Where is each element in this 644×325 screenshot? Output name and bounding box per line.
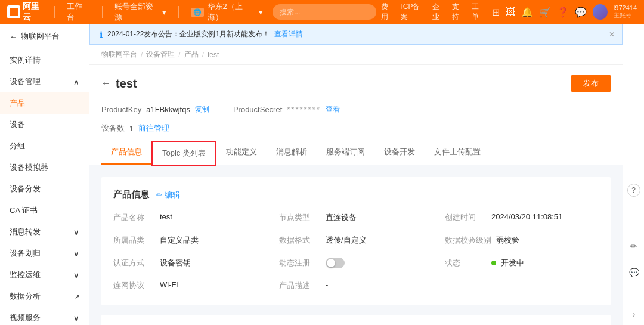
page-back-button[interactable]: ← [101, 78, 111, 89]
question-icon: ? [627, 184, 640, 197]
user-info: l972414 主账号 [614, 4, 637, 20]
nav-divider2 [102, 6, 103, 18]
main-content: 产品信息 ✏ 编辑 产品名称 test 节点类型 直连设备 [89, 165, 623, 325]
sidebar-item-distribute[interactable]: 设备分发 [0, 178, 89, 200]
cart-icon[interactable]: 🛒 [539, 7, 551, 18]
tab-message-parse[interactable]: 消息解析 [267, 141, 317, 165]
chat-sidebar-button[interactable]: 💬 [623, 262, 644, 283]
product-info-header: 产品信息 ✏ 编辑 [113, 189, 599, 200]
breadcrumb-current: test [208, 51, 219, 59]
product-info-section: 产品信息 ✏ 编辑 产品名称 test 节点类型 直连设备 [101, 177, 611, 305]
sidebar-item-data[interactable]: 数据分析 ↗ [0, 286, 89, 307]
dynamic-register-toggle[interactable] [326, 258, 345, 268]
breadcrumb-iot[interactable]: 物联网平台 [101, 49, 137, 60]
sidebar-item-group[interactable]: 分组 [0, 135, 89, 157]
announcement-bar: ℹ 2024-01-22发布公告：企业版实例1月新功能发布！ 查看详情 ✕ [89, 24, 623, 45]
region-nav[interactable]: 🌐 华东2（上海） ▾ [186, 1, 268, 23]
fee-nav[interactable]: 费用 [381, 2, 395, 22]
sidebar-group-monitor[interactable]: 监控运维 ∨ [0, 264, 89, 286]
sidebar-item-device[interactable]: 设备 [0, 114, 89, 135]
expand-button[interactable]: › [623, 308, 644, 320]
field-status: 状态 开发中 [445, 255, 599, 271]
help-button[interactable]: ? [623, 179, 644, 201]
icp-nav[interactable]: ICP备案 [401, 2, 426, 22]
chevron-down-icon: ∨ [73, 228, 79, 237]
nav-divider3 [178, 6, 179, 18]
publish-button[interactable]: 发布 [571, 75, 611, 92]
sidebar-group-video[interactable]: 视频服务 ∨ [0, 307, 89, 325]
product-key-item: ProductKey a1FBkkwjtqs 复制 [101, 104, 209, 114]
field-create-time: 创建时间 2024/03/20 11:08:51 [445, 210, 599, 225]
right-sidebar: ? ✏ 💬 › [623, 24, 644, 325]
sidebar-item-ca[interactable]: CA 证书 [0, 200, 89, 221]
chevron-right-icon: › [633, 309, 636, 319]
device-manage-link[interactable]: 前往管理 [138, 123, 169, 134]
enterprise-nav[interactable]: 企业 [432, 2, 446, 22]
tab-product-info[interactable]: 产品信息 [101, 141, 151, 165]
sidebar-item-simulator[interactable]: 设备模拟器 [0, 157, 89, 178]
tabs: 产品信息 Topic 类列表 功能定义 消息解析 服务端订阅 设备开发 [101, 141, 611, 165]
field-validate-level: 数据校验级别 弱校验 [445, 233, 599, 248]
sidebar-group-device[interactable]: 设备管理 ∧ [0, 71, 89, 92]
field-network-protocol: 连网协议 Wi-Fi [113, 278, 267, 293]
page-header: ← test 发布 ProductKey a1FBkkwjtqs 复制 Prod… [89, 65, 623, 165]
field-auth-method: 认证方式 设备密钥 [113, 255, 267, 271]
search-input[interactable] [273, 4, 376, 20]
avatar[interactable] [593, 4, 608, 20]
sidebar-group-message[interactable]: 消息转发 ∨ [0, 221, 89, 243]
help-icon[interactable]: ❓ [557, 7, 569, 18]
tab-server-sub[interactable]: 服务端订阅 [317, 141, 374, 165]
workorder-nav[interactable]: 工单 [472, 2, 485, 22]
sidebar-item-product[interactable]: 产品 [0, 92, 89, 114]
meta-row: ProductKey a1FBkkwjtqs 复制 ProductSecret … [101, 100, 611, 119]
field-category: 所属品类 自定义品类 [113, 233, 267, 248]
tab-device-dev[interactable]: 设备开发 [374, 141, 425, 165]
image-icon[interactable]: 🖼 [506, 7, 515, 17]
copy-button[interactable]: 复制 [195, 104, 209, 114]
field-product-desc: 产品描述 - [279, 278, 433, 293]
nav-divider [54, 6, 55, 18]
field-node-type: 节点类型 直连设备 [279, 210, 433, 225]
breadcrumb-product[interactable]: 产品 [184, 49, 199, 60]
status-dot [491, 261, 496, 265]
chevron-down-icon4: ∨ [73, 314, 79, 323]
chevron-down-icon3: ∨ [73, 271, 79, 280]
workbench-nav[interactable]: 工作台 [62, 1, 95, 23]
tab-file-upload[interactable]: 文件上传配置 [425, 141, 490, 165]
field-dynamic-register: 动态注册 [279, 255, 433, 271]
announcement-close-button[interactable]: ✕ [609, 30, 615, 39]
grid-icon[interactable]: ⊞ [492, 7, 500, 18]
device-count-row: 设备数 1 前往管理 [101, 119, 611, 141]
product-info-edit-button[interactable]: ✏ 编辑 [156, 190, 180, 200]
tab-topic-list[interactable]: Topic 类列表 [151, 141, 216, 166]
nav-right: 费用 ICP备案 企业 支持 工单 ⊞ 🖼 🔔 🛒 ❓ 💬 l972414 主账… [381, 2, 637, 22]
bell-icon[interactable]: 🔔 [521, 7, 533, 18]
product-secret-item: ProductSecret ******** 查看 [233, 104, 340, 114]
sidebar-item-instance[interactable]: 实例详情 [0, 49, 89, 71]
info-icon: ℹ [100, 30, 103, 39]
announcement-link[interactable]: 查看详情 [274, 29, 303, 39]
breadcrumb-device-manage[interactable]: 设备管理 [146, 49, 175, 60]
pencil-icon: ✏ [156, 191, 162, 199]
chat-icon[interactable]: 💬 [575, 7, 587, 18]
chevron-down-icon2: ∨ [73, 249, 79, 258]
support-nav[interactable]: 支持 [452, 2, 466, 22]
view-secret-button[interactable]: 查看 [326, 104, 340, 114]
top-navigation: 阿里云 工作台 账号全部资源 ▾ 🌐 华东2（上海） ▾ 费用 ICP备案 企业… [0, 0, 644, 24]
content-area: ℹ 2024-01-22发布公告：企业版实例1月新功能发布！ 查看详情 ✕ 物联… [89, 24, 623, 325]
chevron-up-icon: ∧ [73, 78, 79, 86]
logo[interactable]: 阿里云 [7, 1, 47, 23]
account-nav[interactable]: 账号全部资源 ▾ [110, 1, 171, 23]
announcement-text: 2024-01-22发布公告：企业版实例1月新功能发布！ [107, 29, 270, 39]
sidebar-group-assign[interactable]: 设备划归 ∨ [0, 243, 89, 264]
breadcrumb: 物联网平台 / 设备管理 / 产品 / test [89, 45, 623, 65]
field-data-format: 数据格式 透传/自定义 [279, 233, 433, 248]
sidebar-back[interactable]: ← 物联网平台 [0, 24, 89, 49]
page-title: ← test [101, 77, 137, 91]
back-arrow-icon: ← [10, 32, 17, 41]
edit-icon: ✏ [630, 242, 637, 251]
message-icon: 💬 [629, 268, 639, 277]
edit-sidebar-button[interactable]: ✏ [623, 236, 644, 257]
sidebar: ← 物联网平台 实例详情 设备管理 ∧ 产品 设备 分组 设备模拟器 设备分发 … [0, 24, 89, 325]
tab-function-def[interactable]: 功能定义 [216, 141, 267, 165]
